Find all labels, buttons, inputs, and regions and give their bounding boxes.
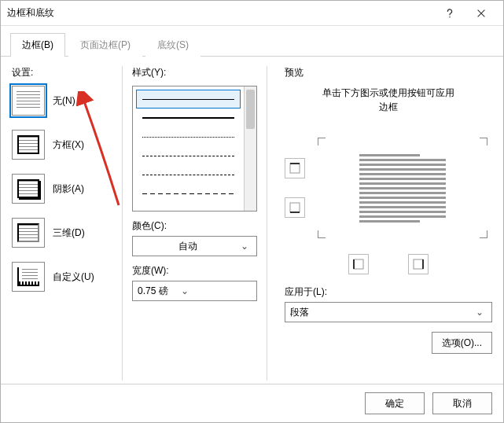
cancel-button[interactable]: 取消 xyxy=(432,392,492,414)
style-items xyxy=(133,86,244,211)
setting-box[interactable]: 方框(X) xyxy=(12,130,114,160)
setting-shadow[interactable]: 阴影(A) xyxy=(12,174,114,204)
chevron-down-icon: ⌄ xyxy=(178,285,192,296)
width-dropdown[interactable]: 0.75 磅 ⌄ xyxy=(132,281,257,301)
preview-box xyxy=(313,133,492,243)
help-icon xyxy=(444,8,455,19)
dialog-body: 设置: 无(N) 方框(X) 阴影(A) 三维(D) 自定义(U) xyxy=(1,57,503,387)
setting-none-icon xyxy=(12,86,45,116)
setting-box-icon xyxy=(12,130,45,160)
style-item-dotted[interactable] xyxy=(136,127,241,146)
setting-3d-icon xyxy=(12,218,45,248)
corner-marker xyxy=(480,230,487,238)
preview-paragraph-icon xyxy=(359,152,446,225)
chevron-down-icon: ⌄ xyxy=(473,307,487,318)
corner-marker xyxy=(318,230,326,238)
preview-area xyxy=(285,125,492,251)
style-item-dashed[interactable] xyxy=(136,165,241,184)
dialog-footer: 确定 取消 xyxy=(1,384,503,422)
close-icon xyxy=(476,8,487,19)
setting-custom-icon xyxy=(12,262,45,292)
color-dropdown[interactable]: 自动 ⌄ xyxy=(132,236,257,256)
preview-horizontal-buttons xyxy=(285,254,492,274)
setting-3d-label: 三维(D) xyxy=(53,226,85,240)
svg-rect-6 xyxy=(414,259,423,269)
options-row: 选项(O)... xyxy=(285,332,492,354)
style-label: 样式(Y): xyxy=(132,66,257,79)
settings-column: 设置: 无(N) 方框(X) 阴影(A) 三维(D) 自定义(U) xyxy=(12,66,114,381)
setting-box-label: 方框(X) xyxy=(53,138,84,152)
preview-label: 预览 xyxy=(285,66,492,79)
svg-rect-4 xyxy=(354,259,363,269)
style-listbox[interactable] xyxy=(132,86,257,212)
style-item-thick[interactable] xyxy=(136,109,241,127)
svg-rect-2 xyxy=(290,203,300,212)
color-value: 自动 xyxy=(138,240,237,253)
preview-column: 预览 单击下方图示或使用按钮可应用 边框 xyxy=(275,66,492,381)
width-value: 0.75 磅 xyxy=(138,285,168,298)
setting-custom[interactable]: 自定义(U) xyxy=(12,262,114,292)
tab-shading[interactable]: 底纹(S) xyxy=(145,33,200,57)
setting-custom-label: 自定义(U) xyxy=(53,270,94,284)
dialog-title: 边框和底纹 xyxy=(7,6,434,20)
preview-hint: 单击下方图示或使用按钮可应用 边框 xyxy=(285,86,492,114)
tab-bar: 边框(B) 页面边框(P) 底纹(S) xyxy=(1,26,503,57)
settings-label: 设置: xyxy=(12,66,114,79)
borders-shading-dialog: 边框和底纹 边框(B) 页面边框(P) 底纹(S) 设置: 无(N) 方框(X) xyxy=(0,0,504,423)
style-column: 样式(Y): 颜色(C): 自动 ⌄ 宽度(W): xyxy=(122,66,267,381)
border-top-button[interactable] xyxy=(285,158,305,178)
tab-page-border[interactable]: 页面边框(P) xyxy=(68,33,142,57)
svg-rect-0 xyxy=(290,164,300,173)
border-left-button[interactable] xyxy=(348,254,369,274)
style-item-solid[interactable] xyxy=(136,90,241,109)
setting-shadow-label: 阴影(A) xyxy=(53,182,84,196)
setting-none-label: 无(N) xyxy=(53,94,75,108)
setting-3d[interactable]: 三维(D) xyxy=(12,218,114,248)
titlebar: 边框和底纹 xyxy=(1,1,503,26)
border-bottom-button[interactable] xyxy=(285,197,305,218)
corner-marker xyxy=(318,138,326,145)
options-button[interactable]: 选项(O)... xyxy=(432,332,492,354)
chevron-down-icon: ⌄ xyxy=(237,241,252,252)
help-button[interactable] xyxy=(434,2,465,25)
setting-none[interactable]: 无(N) xyxy=(12,86,114,116)
scroll-thumb[interactable] xyxy=(246,90,255,129)
width-label: 宽度(W): xyxy=(132,264,257,278)
color-label: 颜色(C): xyxy=(132,219,257,233)
ok-button[interactable]: 确定 xyxy=(365,392,425,414)
setting-shadow-icon xyxy=(12,174,45,204)
style-item-dashed-fine[interactable] xyxy=(136,146,241,165)
close-button[interactable] xyxy=(465,2,497,25)
style-scrollbar[interactable] xyxy=(244,86,256,211)
corner-marker xyxy=(480,138,487,145)
tab-border[interactable]: 边框(B) xyxy=(10,33,65,57)
apply-to-label: 应用于(L): xyxy=(285,285,492,299)
apply-to-value: 段落 xyxy=(290,306,473,319)
style-item-dashed-wide[interactable] xyxy=(136,184,241,203)
preview-vertical-buttons xyxy=(285,158,305,218)
border-right-button[interactable] xyxy=(408,254,429,274)
apply-to-dropdown[interactable]: 段落 ⌄ xyxy=(285,302,492,322)
